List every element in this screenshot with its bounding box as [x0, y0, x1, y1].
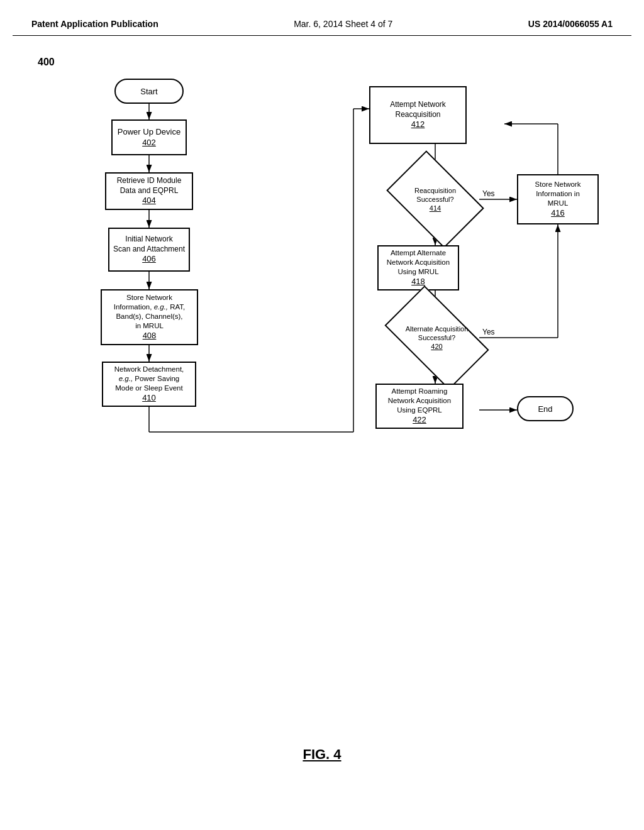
yes-label-420: Yes: [482, 328, 495, 336]
node-406: Initial NetworkScan and Attachment 406: [108, 228, 190, 272]
node-418: Attempt AlternateNetwork AcquisitionUsin…: [377, 245, 459, 290]
node-412: Attempt NetworkReacquisition 412: [369, 86, 467, 144]
fig-label: FIG. 4: [13, 746, 631, 763]
page-header: Patent Application Publication Mar. 6, 2…: [13, 13, 631, 36]
node-422: Attempt RoamingNetwork AcquisitionUsing …: [375, 384, 464, 429]
flowchart-diagram: Yes No Yes No Start Power Up Devic: [20, 48, 624, 740]
yes-label-414: Yes: [482, 189, 495, 198]
start-node: Start: [114, 79, 184, 104]
header-center: Mar. 6, 2014 Sheet 4 of 7: [294, 19, 392, 29]
header-right: US 2014/0066055 A1: [528, 19, 613, 29]
node-404: Retrieve ID Module Data and EQPRL 404: [105, 172, 193, 210]
end-node: End: [517, 396, 574, 421]
node-420: Alternate AcquisitionSuccessful?420: [391, 309, 482, 366]
node-410: Network Detachment,e.g., Power SavingMod…: [102, 362, 196, 407]
node-402: Power Up Device 402: [111, 119, 187, 155]
node-414: ReacquisitionSuccessful?414: [394, 171, 476, 228]
node-408: Store NetworkInformation, e.g., RAT,Band…: [101, 289, 198, 345]
header-left: Patent Application Publication: [31, 19, 158, 29]
page: Patent Application Publication Mar. 6, 2…: [0, 0, 644, 830]
node-416: Store NetworkInformation inMRUL 416: [517, 174, 599, 224]
